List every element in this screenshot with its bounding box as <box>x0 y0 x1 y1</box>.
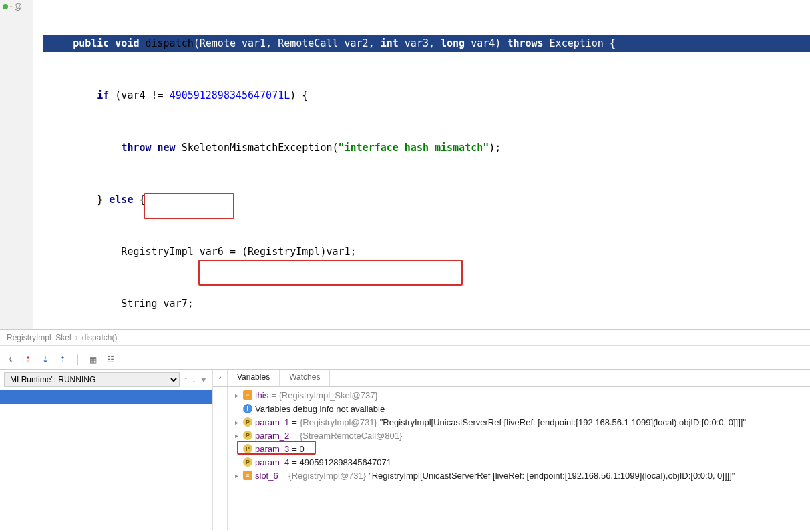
frames-list[interactable] <box>0 390 212 530</box>
variables-body: ▸ ≡ this = {RegistryImpl_Skel@737} i Var… <box>213 387 810 530</box>
var-name: this <box>255 390 268 401</box>
code-line-current[interactable]: public void dispatch(Remote var1, Remote… <box>43 35 810 52</box>
vars-toolbar: › <box>213 370 228 386</box>
var-value: "RegistryImpl[UnicastServerRef [liveRef:… <box>369 471 735 481</box>
thread-selector-row: MI Runtime": RUNNING ↑ ↓ ▼ <box>0 370 212 390</box>
var-value: = {RegistryImpl_Skel@737} <box>271 390 378 401</box>
editor-pane: ↑ @ public void dispatch(Remote var1, Re… <box>0 0 810 330</box>
debug-tabs: › Variables Watches <box>213 370 810 387</box>
grid-icon[interactable]: ▦ <box>87 354 98 365</box>
variables-panel: › Variables Watches ▸ ≡ this = {Registry… <box>212 370 810 530</box>
annotation-box-readobject <box>198 260 463 286</box>
code-editor[interactable]: public void dispatch(Remote var1, Remote… <box>43 0 810 329</box>
code-line[interactable]: } else { <box>43 191 810 208</box>
var-name: param_3 <box>255 444 289 454</box>
step-out-icon[interactable]: ⇡ <box>57 354 68 365</box>
fold-column <box>33 0 43 329</box>
var-name: param_2 <box>255 431 289 441</box>
variable-row[interactable]: P param_3 = 0 <box>230 442 807 455</box>
frames-panel: MI Runtime": RUNNING ↑ ↓ ▼ <box>0 370 212 530</box>
step-into-icon[interactable]: ⇣ <box>40 354 51 365</box>
thread-filter-icon[interactable]: ▼ <box>200 375 208 384</box>
var-value: = 4905912898345647071 <box>292 457 391 467</box>
tab-variables[interactable]: Variables <box>228 370 280 386</box>
stack-frame-selected[interactable] <box>0 390 212 404</box>
debug-toolbar: ⤹ ⇡ ⇣ ⇡ ▦ ☷ <box>0 350 810 370</box>
expand-icon[interactable]: ▸ <box>233 472 240 479</box>
expand-icon[interactable]: ▸ <box>233 432 240 439</box>
breadcrumb-item[interactable]: dispatch() <box>82 333 118 342</box>
breadcrumb: RegistryImpl_Skel › dispatch() <box>0 330 810 346</box>
execution-arrow-icon: ↑ <box>9 3 13 11</box>
object-badge-icon: ≡ <box>243 471 252 480</box>
breakpoint-icon[interactable] <box>3 4 8 9</box>
editor-gutter: ↑ @ <box>0 0 33 329</box>
info-icon: i <box>243 404 252 413</box>
variable-row[interactable]: ▸ P param_2 = {StreamRemoteCall@801} <box>230 429 807 442</box>
var-value: "RegistryImpl[UnicastServerRef [liveRef:… <box>380 417 746 427</box>
step-up-icon[interactable]: ⇡ <box>23 354 33 365</box>
code-line[interactable]: throw new SkeletonMismatchException("int… <box>43 139 810 156</box>
thread-next-icon[interactable]: ↓ <box>192 375 196 384</box>
debug-panel: MI Runtime": RUNNING ↑ ↓ ▼ › Variables W… <box>0 370 810 530</box>
breadcrumb-separator: › <box>75 333 78 342</box>
var-name: param_4 <box>255 457 289 467</box>
layout-icon[interactable]: ☷ <box>105 354 116 365</box>
breadcrumb-item[interactable]: RegistryImpl_Skel <box>7 333 71 342</box>
expand-icon[interactable]: ▸ <box>233 419 240 426</box>
var-name: slot_6 <box>255 471 278 481</box>
code-line[interactable]: if (var4 != 4905912898345647071L) { <box>43 87 810 104</box>
object-badge-icon: ≡ <box>243 390 252 400</box>
param-badge-icon: P <box>243 417 252 427</box>
info-text: Variables debug info not available <box>255 404 385 414</box>
code-line[interactable]: RegistryImpl var6 = (RegistryImpl)var1; <box>43 243 810 260</box>
override-icon[interactable]: @ <box>14 2 22 11</box>
variable-row[interactable]: P param_4 = 4905912898345647071 <box>230 455 807 469</box>
var-value: {StreamRemoteCall@801} <box>300 431 402 441</box>
variable-row[interactable]: ▸ ≡ this = {RegistryImpl_Skel@737} <box>230 388 807 402</box>
vars-side-tools <box>213 387 228 530</box>
var-value: = 0 <box>292 444 304 454</box>
thread-prev-icon[interactable]: ↑ <box>184 375 188 384</box>
param-badge-icon: P <box>243 457 252 467</box>
param-badge-icon: P <box>243 444 252 453</box>
param-badge-icon: P <box>243 431 252 440</box>
variables-list[interactable]: ▸ ≡ this = {RegistryImpl_Skel@737} i Var… <box>228 387 810 530</box>
thread-select[interactable]: MI Runtime": RUNNING <box>4 372 180 387</box>
code-line[interactable]: String var7; <box>43 295 810 312</box>
variable-row[interactable]: ▸ P param_1 = {RegistryImpl@731} "Regist… <box>230 415 807 429</box>
restart-frame-icon[interactable]: ⤹ <box>5 354 16 365</box>
var-name: param_1 <box>255 417 289 427</box>
toolbar-divider <box>77 354 78 365</box>
tab-watches[interactable]: Watches <box>280 370 330 386</box>
expand-all-icon[interactable]: › <box>213 372 227 382</box>
expand-icon[interactable]: ▸ <box>233 392 240 399</box>
variable-row[interactable]: ▸ ≡ slot_6 = {RegistryImpl@731} "Registr… <box>230 469 807 482</box>
variable-row: i Variables debug info not available <box>230 402 807 415</box>
